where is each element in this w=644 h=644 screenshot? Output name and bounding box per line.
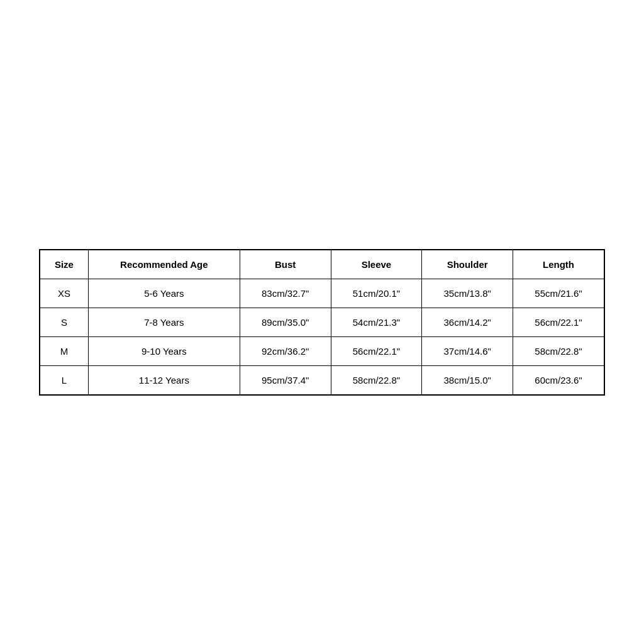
table-row: L11-12 Years95cm/37.4"58cm/22.8"38cm/15.… (40, 365, 604, 395)
cell-length: 55cm/21.6" (513, 279, 605, 308)
cell-shoulder: 38cm/15.0" (422, 365, 513, 395)
table-row: S7-8 Years89cm/35.0"54cm/21.3"36cm/14.2"… (40, 308, 604, 336)
header-recommended-age: Recommended Age (88, 250, 240, 279)
cell-sleeve: 51cm/20.1" (331, 279, 422, 308)
cell-length: 60cm/23.6" (513, 365, 605, 395)
header-bust: Bust (240, 250, 331, 279)
cell-bust: 83cm/32.7" (240, 279, 331, 308)
cell-age: 9-10 Years (88, 336, 240, 365)
cell-size: M (40, 336, 88, 365)
cell-bust: 89cm/35.0" (240, 308, 331, 336)
cell-shoulder: 36cm/14.2" (422, 308, 513, 336)
header-sleeve: Sleeve (331, 250, 422, 279)
table-row: XS5-6 Years83cm/32.7"51cm/20.1"35cm/13.8… (40, 279, 604, 308)
header-size: Size (40, 250, 88, 279)
cell-shoulder: 37cm/14.6" (422, 336, 513, 365)
header-shoulder: Shoulder (422, 250, 513, 279)
cell-age: 5-6 Years (88, 279, 240, 308)
cell-length: 58cm/22.8" (513, 336, 605, 365)
cell-size: S (40, 308, 88, 336)
size-chart-container: Size Recommended Age Bust Sleeve Shoulde… (39, 249, 605, 396)
cell-age: 7-8 Years (88, 308, 240, 336)
table-row: M9-10 Years92cm/36.2"56cm/22.1"37cm/14.6… (40, 336, 604, 365)
cell-sleeve: 58cm/22.8" (331, 365, 422, 395)
cell-sleeve: 54cm/21.3" (331, 308, 422, 336)
cell-shoulder: 35cm/13.8" (422, 279, 513, 308)
cell-age: 11-12 Years (88, 365, 240, 395)
size-chart-table: Size Recommended Age Bust Sleeve Shoulde… (39, 249, 605, 396)
cell-size: L (40, 365, 88, 395)
table-header-row: Size Recommended Age Bust Sleeve Shoulde… (40, 250, 604, 279)
cell-length: 56cm/22.1" (513, 308, 605, 336)
header-length: Length (513, 250, 605, 279)
cell-size: XS (40, 279, 88, 308)
cell-bust: 95cm/37.4" (240, 365, 331, 395)
cell-sleeve: 56cm/22.1" (331, 336, 422, 365)
cell-bust: 92cm/36.2" (240, 336, 331, 365)
